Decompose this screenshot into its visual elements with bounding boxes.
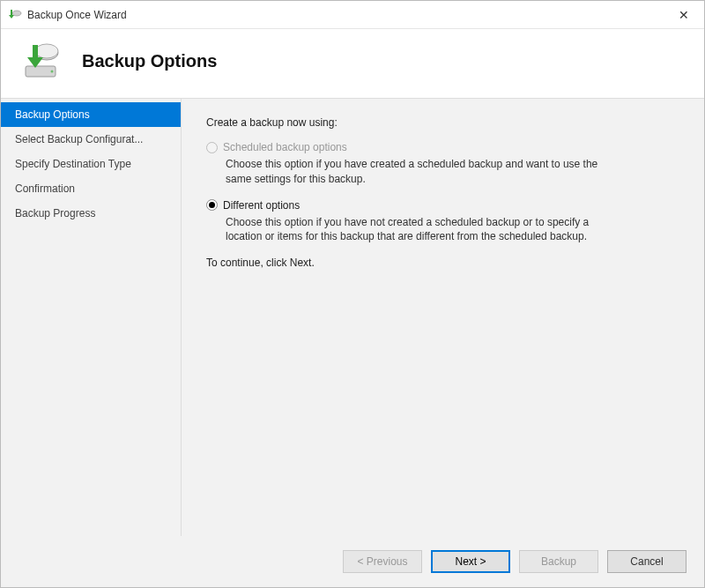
backup-large-icon bbox=[19, 40, 61, 82]
window-title: Backup Once Wizard bbox=[27, 9, 127, 21]
options-prompt: Create a backup now using: bbox=[206, 116, 679, 129]
option-different-description: Choose this option if you have not creat… bbox=[226, 215, 605, 245]
svg-point-4 bbox=[51, 71, 54, 73]
titlebar: Backup Once Wizard ✕ bbox=[1, 1, 704, 29]
step-confirmation[interactable]: Confirmation bbox=[1, 176, 181, 201]
wizard-header: Backup Options bbox=[1, 29, 704, 98]
option-different-label: Different options bbox=[223, 199, 300, 212]
close-icon[interactable]: ✕ bbox=[671, 8, 697, 22]
step-select-backup-config[interactable]: Select Backup Configurat... bbox=[1, 127, 181, 152]
wizard-window: Backup Once Wizard ✕ Backup Options Back… bbox=[0, 0, 705, 588]
wizard-footer: < Previous Next > Backup Cancel bbox=[1, 536, 704, 587]
option-scheduled: Scheduled backup options Choose this opt… bbox=[206, 141, 679, 187]
wizard-main: Create a backup now using: Scheduled bac… bbox=[182, 99, 704, 536]
next-button[interactable]: Next > bbox=[431, 550, 510, 573]
wizard-body: Backup Options Select Backup Configurat.… bbox=[1, 98, 704, 536]
backup-button: Backup bbox=[519, 550, 598, 573]
page-heading: Backup Options bbox=[82, 51, 217, 71]
wizard-steps-sidebar: Backup Options Select Backup Configurat.… bbox=[1, 99, 182, 536]
step-backup-options[interactable]: Backup Options bbox=[1, 102, 181, 127]
backup-app-icon bbox=[8, 8, 22, 22]
option-scheduled-label: Scheduled backup options bbox=[223, 141, 347, 153]
step-specify-destination[interactable]: Specify Destination Type bbox=[1, 152, 181, 176]
previous-button: < Previous bbox=[343, 550, 422, 573]
option-scheduled-description: Choose this option if you have created a… bbox=[226, 157, 605, 187]
step-backup-progress[interactable]: Backup Progress bbox=[1, 201, 181, 226]
radio-different[interactable] bbox=[206, 199, 218, 211]
option-different[interactable]: Different options Choose this option if … bbox=[206, 199, 679, 245]
cancel-button[interactable]: Cancel bbox=[607, 550, 686, 573]
continue-hint: To continue, click Next. bbox=[206, 257, 679, 269]
radio-scheduled bbox=[206, 142, 218, 153]
svg-point-2 bbox=[35, 44, 58, 58]
